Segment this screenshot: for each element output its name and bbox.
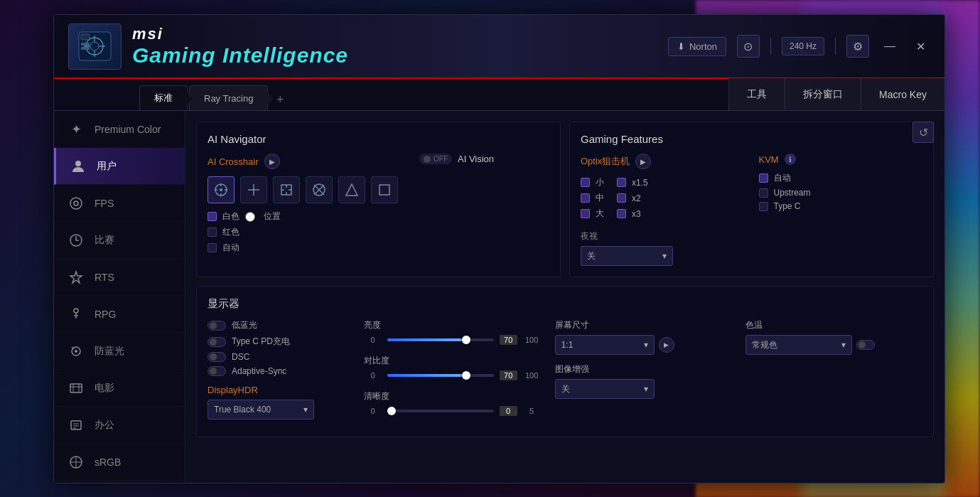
optix-section: Optix狙击机 ▶ 小 x1.5 [581,154,745,220]
size-large-label: 大 [596,208,604,220]
close-button[interactable]: ✕ [910,36,930,56]
color-temp-label: 色温 [745,319,922,331]
gaming-inner: Optix狙击机 ▶ 小 x1.5 [581,154,922,266]
optix-header: Optix狙击机 ▶ [581,154,745,169]
toggle-low-blue-switch[interactable] [208,321,226,331]
sharpness-thumb [387,407,396,415]
vision-header: OFF AI Vision [419,154,549,164]
sidebar-item-racing[interactable]: 比赛 [54,222,185,259]
tab-macro-key[interactable]: Macro Key [861,78,944,110]
tab-split-window[interactable]: 拆分窗口 [785,78,861,110]
vision-toggle[interactable]: OFF [419,154,452,164]
sharpness-group: 清晰度 0 0 5 [364,390,541,416]
tab-ray-tracing[interactable]: Ray Tracing [189,85,268,110]
night-label: 夜视 [581,230,745,242]
contrast-fill [387,374,462,377]
kvm-info-icon[interactable]: ℹ [785,154,796,165]
screen-size-select[interactable]: 1:1 ▾ [555,335,655,355]
crosshair-icon-2[interactable] [240,176,267,203]
toggle-adaptive-sync-switch[interactable] [208,366,226,376]
size-x3-radio[interactable] [617,209,626,218]
hz-badge: 240 Hz [782,37,824,55]
refresh-button[interactable]: ↺ [912,122,934,143]
position-label: 位置 [264,210,281,223]
hdr-select[interactable]: True Black 400 ▾ [208,400,314,419]
sharpness-label: 清晰度 [364,390,541,402]
optix-play-button[interactable]: ▶ [635,154,651,169]
tabbar-right-tabs: 工具 拆分窗口 Macro Key [728,78,944,110]
toggle-dsc-switch[interactable] [208,352,226,362]
radio-red[interactable] [208,228,217,237]
crosshair-icon-1[interactable] [208,176,235,203]
sidebar-item-premium-color[interactable]: ✦ Premium Color [54,111,185,148]
svg-rect-48 [379,185,389,195]
crosshair-icon-6[interactable] [371,176,398,203]
sidebar-item-label-rts: RTS [95,272,114,283]
sidebar-item-fps[interactable]: FPS [54,185,185,222]
contrast-track[interactable] [387,374,494,377]
size-x15-radio[interactable] [617,178,626,187]
screen-size-play-button[interactable]: ▶ [659,337,674,353]
kvm-type-c: Type C [759,201,923,211]
crosshair-icon-5[interactable] [338,176,365,203]
size-large-radio[interactable] [581,209,590,218]
svg-rect-8 [81,43,90,46]
size-options: 小 x1.5 中 x2 [581,176,745,220]
norton-button[interactable]: ⬇ Norton [668,37,726,56]
movie-icon [68,380,84,396]
gaming-features-title: Gaming Features [581,133,922,145]
sidebar-item-label-srgb: sRGB [95,456,121,468]
sidebar-item-office[interactable]: 办公 [54,407,185,444]
kvm-auto-radio[interactable] [759,173,768,183]
color-temp-select[interactable]: 常规色 ▾ [745,335,852,355]
night-chevron-icon: ▾ [662,251,667,261]
sharpness-value: 0 [500,406,517,416]
sidebar-item-anti-blue[interactable]: 防蓝光 [54,333,185,370]
toggle-type-c-switch[interactable] [208,337,226,347]
contrast-thumb [462,371,470,380]
size-x2-radio[interactable] [617,193,626,203]
toggle-dsc-label: DSC [232,352,249,362]
crosshair-icon-3[interactable] [273,176,300,203]
sidebar-item-movie[interactable]: 电影 [54,370,185,407]
image-enhance-select[interactable]: 关 ▾ [555,379,655,399]
kvm-type-c-radio[interactable] [759,202,768,211]
image-enhance-value: 关 [561,383,570,395]
size-small-radio[interactable] [581,178,590,187]
radio-white[interactable] [208,212,217,221]
color-temp-row: 常规色 ▾ [745,335,922,355]
sidebar-item-srgb[interactable]: sRGB [54,444,185,481]
tab-add-button[interactable]: + [269,89,291,110]
sidebar-item-rpg[interactable]: RPG [54,296,185,333]
kvm-upstream-radio[interactable] [759,188,768,198]
toggle-dot-4 [210,368,217,375]
sidebar-item-user[interactable]: 用户 [54,148,185,185]
settings-button[interactable]: ⚙ [846,35,869,58]
brightness-label: 亮度 [364,319,541,331]
color-auto-label: 自动 [222,242,239,254]
sidebar-item-label-office: 办公 [95,419,114,432]
radio-auto[interactable] [208,243,217,252]
sharpness-track[interactable] [387,410,494,412]
screen-size-row: 1:1 ▾ ▶ [555,335,732,355]
color-auto: 自动 [208,242,398,254]
sidebar-item-rts[interactable]: RTS [54,259,185,296]
kvm-options: 自动 Upstream Type C [759,172,923,211]
tab-standard[interactable]: 标准 [139,85,188,110]
night-select[interactable]: 关 ▾ [581,246,673,266]
size-medium-radio[interactable] [581,193,590,203]
minimize-button[interactable]: — [880,36,900,56]
tab-tools[interactable]: 工具 [728,78,785,110]
brightness-track[interactable] [387,338,494,341]
sidebar-item-label-premium-color: Premium Color [95,124,161,135]
crosshair-icon-4[interactable] [306,176,333,203]
toggle-adaptive-sync: Adaptive-Sync [208,366,350,376]
circle-button[interactable]: ⊙ [737,35,760,58]
contrast-row: 0 70 100 [364,370,541,380]
color-temp-toggle[interactable] [856,340,875,350]
size-x3-label: x3 [632,209,641,219]
sidebar: ✦ Premium Color 用户 [54,111,185,483]
kvm-upstream: Upstream [759,188,923,198]
crosshair-play-button[interactable]: ▶ [264,154,280,169]
toggle-type-c: Type C PD充电 [208,336,350,348]
